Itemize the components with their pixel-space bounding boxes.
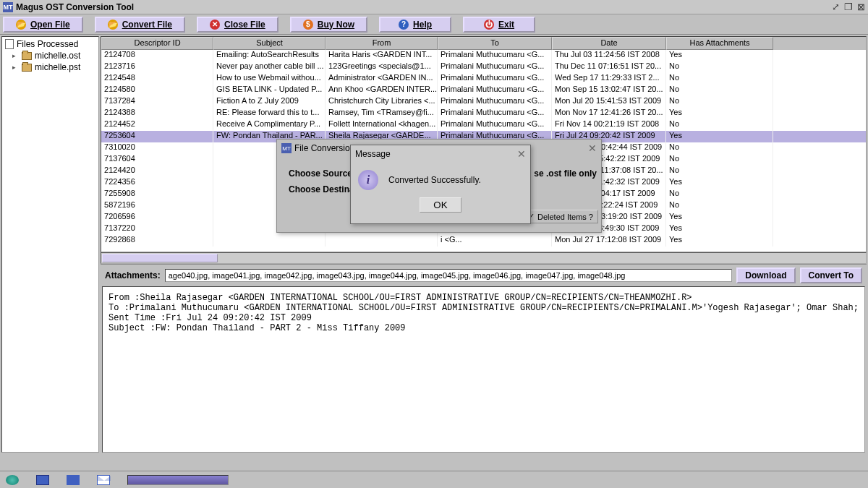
tree-root-item[interactable]: Files Processed <box>4 38 97 50</box>
table-cell: Primalani Muthucumaru <G... <box>438 73 552 85</box>
table-cell: 2124708 <box>101 50 213 61</box>
table-cell: Fri Nov 14 00:21:19 IST 2008 <box>552 119 666 131</box>
table-row[interactable]: 2124548How to use Webmail withou...Admin… <box>101 73 866 85</box>
table-cell: No <box>666 119 773 131</box>
table-cell: Ann Khoo <GARDEN INTER... <box>326 85 438 96</box>
table-cell: 2124420 <box>101 166 213 177</box>
table-row[interactable]: 7137284Fiction A to Z July 2009Christchu… <box>101 96 866 108</box>
contacts-icon[interactable] <box>67 475 80 485</box>
table-cell: 123Greetings <specials@1... <box>326 61 438 73</box>
column-header[interactable]: To <box>438 37 552 50</box>
close-icon: ✕ <box>210 20 220 30</box>
deleted-items-label: Deleted Items ? <box>537 213 593 221</box>
table-cell: Thu Jul 03 11:24:56 IST 2008 <box>552 50 666 61</box>
window-restore-icon[interactable]: ⤢ <box>832 1 840 12</box>
mail-preview: From :Sheila Rajasegar <GARDEN INTERNATI… <box>102 286 865 453</box>
table-row[interactable]: 2124452Receive A Complimentary P...Folle… <box>101 119 866 131</box>
file-tree-sidebar[interactable]: Files Processed ▸ michelle.ost ▸ michell… <box>1 36 99 453</box>
table-cell: 7255908 <box>101 189 213 200</box>
table-cell: Harita Haris <GARDEN INT... <box>326 50 438 61</box>
table-cell: 7253604 <box>101 131 213 142</box>
column-header[interactable]: From <box>326 37 438 50</box>
app-title: Magus OST Conversion Tool <box>16 2 134 12</box>
table-cell: Yes <box>666 131 773 142</box>
expand-icon[interactable]: ▸ <box>12 64 19 71</box>
tree-item-ost[interactable]: ▸ michelle.ost <box>4 50 97 61</box>
table-cell: Receive A Complimentary P... <box>213 119 326 131</box>
table-cell: Primalani Muthucumaru <G... <box>438 108 552 119</box>
convert-to-button[interactable]: Convert To <box>800 267 862 283</box>
table-cell: Primalani Muthucumaru <G... <box>438 96 552 108</box>
table-row[interactable]: 7292868i <G...Mon Jul 27 17:12:08 IST 20… <box>101 235 866 247</box>
table-cell: Yes <box>666 212 773 223</box>
open-file-label: Open File <box>30 20 70 30</box>
globe-icon[interactable] <box>6 475 19 485</box>
progress-bar <box>127 475 229 485</box>
exit-button[interactable]: ⏻ Exit <box>463 17 535 33</box>
table-cell <box>213 235 326 247</box>
expand-icon[interactable]: ▸ <box>12 52 19 59</box>
table-cell: Emailing: AutoSearchResults <box>213 50 326 61</box>
buy-now-label: Buy Now <box>318 20 354 30</box>
open-file-button[interactable]: 📂 Open File <box>3 17 83 33</box>
table-cell: GIS BETA LINK - Updated P... <box>213 85 326 96</box>
close-icon[interactable]: ✕ <box>588 142 597 154</box>
help-label: Help <box>413 20 432 30</box>
table-cell <box>326 235 438 247</box>
exit-label: Exit <box>498 20 514 30</box>
attachments-input[interactable] <box>165 269 733 282</box>
table-cell: 7137220 <box>101 223 213 235</box>
calendar-icon[interactable] <box>36 475 49 485</box>
table-cell: How to use Webmail withou... <box>213 73 326 85</box>
table-cell: 7206596 <box>101 212 213 223</box>
column-header[interactable]: Has Attachments <box>666 37 773 50</box>
table-cell: Never pay another cable bill ... <box>213 61 326 73</box>
download-button[interactable]: Download <box>736 267 795 283</box>
close-file-button[interactable]: ✕ Close File <box>197 17 278 33</box>
column-header[interactable]: Date <box>552 37 666 50</box>
ok-button[interactable]: OK <box>420 197 461 213</box>
table-cell: Yes <box>666 108 773 119</box>
deleted-items-checkbox[interactable]: ✓ Deleted Items ? <box>523 210 598 223</box>
convert-file-button[interactable]: 📂 Convert File <box>95 17 185 33</box>
cart-icon: $ <box>303 20 313 30</box>
horizontal-scrollbar[interactable] <box>101 252 867 264</box>
folder-icon <box>22 64 32 72</box>
tree-item-pst[interactable]: ▸ michelle.pst <box>4 61 97 73</box>
table-cell: Christchurch City Libraries <... <box>326 96 438 108</box>
table-cell: Ramsey, Tim <TRamsey@fi... <box>326 108 438 119</box>
message-dialog: Message ✕ i Converted Successfully. OK <box>350 145 531 224</box>
table-cell: Yes <box>666 50 773 61</box>
table-row[interactable]: 2124708Emailing: AutoSearchResultsHarita… <box>101 50 866 61</box>
column-header[interactable]: Subject <box>213 37 326 50</box>
source-hint: se .ost file only <box>534 168 597 179</box>
table-row[interactable]: 2123716Never pay another cable bill ...1… <box>101 61 866 73</box>
app-icon: MT <box>3 2 13 12</box>
table-cell: Yes <box>666 223 773 235</box>
close-icon[interactable]: ✕ <box>517 148 526 160</box>
table-cell: No <box>666 142 773 154</box>
folder-convert-icon: 📂 <box>108 20 118 30</box>
folder-open-icon: 📂 <box>16 20 26 30</box>
buy-now-button[interactable]: $ Buy Now <box>290 17 367 33</box>
help-button[interactable]: ? Help <box>379 17 451 33</box>
window-maximize-icon[interactable]: ❐ <box>844 1 853 12</box>
grid-header: Descriptor ID Subject From To Date Has A… <box>101 37 866 50</box>
message-text: Converted Successfully. <box>388 175 481 185</box>
table-cell: Follett International <khagen... <box>326 119 438 131</box>
table-cell: No <box>666 154 773 166</box>
scrollbar-thumb[interactable] <box>102 254 218 262</box>
table-row[interactable]: 2124580GIS BETA LINK - Updated P...Ann K… <box>101 85 866 96</box>
table-cell: Yes <box>666 177 773 189</box>
table-cell: 2124452 <box>101 119 213 131</box>
toolbar: 📂 Open File 📂 Convert File ✕ Close File … <box>0 14 868 35</box>
tree-root-label: Files Processed <box>17 39 78 49</box>
table-cell: Primalani Muthucumaru <G... <box>438 61 552 73</box>
info-icon: i <box>358 170 378 190</box>
mail-icon[interactable] <box>97 475 110 485</box>
table-cell: Primalani Muthucumaru <G... <box>438 85 552 96</box>
window-close-icon[interactable]: ⊠ <box>857 1 865 12</box>
table-row[interactable]: 2124388RE: Please forward this to t...Ra… <box>101 108 866 119</box>
table-cell: Mon Nov 17 12:41:26 IST 20... <box>552 108 666 119</box>
column-header[interactable]: Descriptor ID <box>101 37 213 50</box>
